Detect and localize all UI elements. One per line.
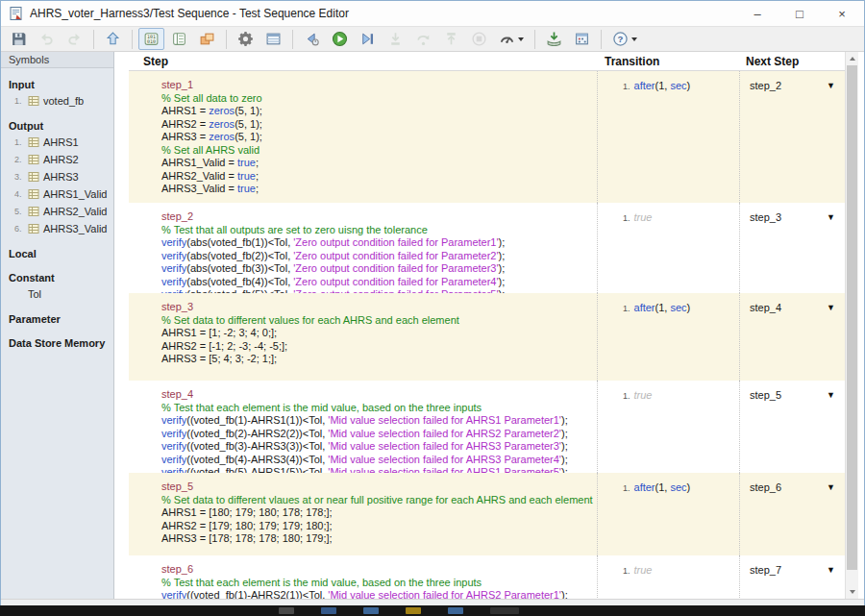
next-step-cell[interactable]: step_4▼ xyxy=(739,293,845,381)
undo-button[interactable] xyxy=(34,28,60,50)
test-sequence-editor-window: AHRS_voter_Harness3/Test Sequence - Test… xyxy=(0,0,865,605)
open-in-model-button[interactable] xyxy=(194,28,220,50)
symbol-item-ahrs1[interactable]: 1.AHRS1 xyxy=(1,134,113,151)
transition-cell[interactable]: 1.after(1, sec) xyxy=(597,71,739,203)
step-cell[interactable]: step_5% Set data to different vlaues at … xyxy=(129,473,597,555)
next-step-cell[interactable]: step_6▼ xyxy=(739,473,845,555)
transition-cell[interactable]: 1.after(1, sec) xyxy=(597,293,739,381)
breakpoint-list-button[interactable] xyxy=(569,28,595,50)
next-step-dropdown-icon[interactable]: ▼ xyxy=(827,563,835,577)
taskbar-icon[interactable] xyxy=(490,607,519,614)
settings-button[interactable] xyxy=(233,28,259,50)
step-cell[interactable]: step_6% Test that each element is the mi… xyxy=(129,555,597,599)
sequence-row-step_4: step_4% Test that each element is the mi… xyxy=(129,381,845,473)
svg-text:?: ? xyxy=(618,34,624,44)
symbol-item-ahrs3_valid[interactable]: 6.AHRS3_Valid xyxy=(1,220,113,237)
next-step-cell[interactable]: step_5▼ xyxy=(739,381,845,473)
data-symbol-icon xyxy=(28,206,39,217)
vertical-scrollbar[interactable] xyxy=(845,52,858,599)
sequence-row-step_5: step_5% Set data to different vlaues at … xyxy=(129,473,845,555)
next-step-cell[interactable]: step_3▼ xyxy=(739,203,845,293)
code-line: verify((voted_fb(2)-AHRS2(2))<Tol, 'Mid … xyxy=(161,428,593,441)
stop-button[interactable] xyxy=(466,28,492,50)
step-out-button[interactable] xyxy=(438,28,464,50)
symbol-name: AHRS3 xyxy=(43,171,79,183)
symbol-item-ahrs1_valid[interactable]: 4.AHRS1_Valid xyxy=(1,185,113,203)
taskbar-icon[interactable] xyxy=(321,607,336,614)
next-step-cell[interactable]: step_2▼ xyxy=(739,71,845,203)
next-step-value: step_4 xyxy=(750,301,781,314)
code-line: % Set data to different values for each … xyxy=(161,314,593,328)
code-line: AHRS2 = zeros(5, 1); xyxy=(161,118,593,132)
code-line: % Test that each element is the mid valu… xyxy=(161,402,593,415)
step-back-button[interactable] xyxy=(299,28,325,50)
stop-icon xyxy=(471,31,487,47)
symbol-index: 4. xyxy=(14,189,28,199)
next-step-dropdown-icon[interactable]: ▼ xyxy=(827,301,835,314)
export-data-button[interactable] xyxy=(541,28,567,50)
step-cell[interactable]: step_3% Set data to different values for… xyxy=(129,293,597,381)
scroll-up-icon xyxy=(850,57,855,61)
symbol-item-voted_fb[interactable]: 1.voted_fb xyxy=(1,92,113,110)
taskbar-icon[interactable] xyxy=(279,607,294,614)
simulation-pacing-icon xyxy=(499,31,515,47)
scroll-up-button[interactable] xyxy=(846,52,858,65)
go-to-parent-button[interactable] xyxy=(100,28,126,50)
taskbar-icon[interactable] xyxy=(363,607,379,614)
symbols-panel: Symbols Input1.voted_fbOutput1.AHRS12.AH… xyxy=(1,52,114,599)
next-step-dropdown-icon[interactable]: ▼ xyxy=(827,79,835,92)
scrollbar-thumb[interactable] xyxy=(847,65,857,570)
transition-condition: 1.true xyxy=(623,211,735,223)
sequence-table: Step Transition Next Step step_1% Set al… xyxy=(114,52,864,599)
step-forward-button[interactable] xyxy=(355,28,381,50)
next-step-value: step_2 xyxy=(750,79,781,92)
data-symbol-icon xyxy=(28,223,39,234)
next-step-dropdown-icon[interactable]: ▼ xyxy=(827,480,835,494)
save-button[interactable] xyxy=(6,28,32,50)
transition-cell[interactable]: 1.true xyxy=(597,381,739,473)
help-button[interactable]: ? xyxy=(607,28,642,50)
next-step-dropdown-icon[interactable]: ▼ xyxy=(827,388,835,402)
symbol-name: AHRS3_Valid xyxy=(43,223,107,234)
symbol-item-ahrs3[interactable]: 3.AHRS3 xyxy=(1,168,113,185)
step-in-button[interactable] xyxy=(383,28,408,50)
scroll-down-icon xyxy=(850,590,855,594)
next-step-cell[interactable]: step_7▼ xyxy=(739,555,845,599)
step-over-button[interactable] xyxy=(410,28,436,50)
parameter-table-button[interactable] xyxy=(260,28,286,50)
symbol-item-tol[interactable]: Tol xyxy=(1,285,113,303)
step-cell[interactable]: step_1% Set all data to zeroAHRS1 = zero… xyxy=(129,71,597,203)
close-button[interactable]: × xyxy=(833,7,851,21)
code-line: AHRS3 = [178; 178; 178; 180; 179;]; xyxy=(161,532,593,546)
symbols-section-parameter: Parameter xyxy=(1,303,113,327)
transition-cell[interactable]: 1.after(1, sec) xyxy=(597,473,739,555)
show-symbols-button[interactable]: 101010 xyxy=(138,28,164,50)
code-line: verify((voted_fb(1)-AHRS1(1))<Tol, 'Mid … xyxy=(161,414,593,428)
symbol-item-ahrs2[interactable]: 2.AHRS2 xyxy=(1,151,113,168)
show-outline-button[interactable] xyxy=(166,28,192,50)
taskbar-icon[interactable] xyxy=(406,607,421,614)
redo-button[interactable] xyxy=(62,28,87,50)
transition-cell[interactable]: 1.true xyxy=(597,203,739,293)
minimize-button[interactable]: – xyxy=(749,7,766,21)
next-step-value: step_3 xyxy=(750,210,781,224)
run-button[interactable] xyxy=(327,28,353,50)
next-step-dropdown-icon[interactable]: ▼ xyxy=(827,210,835,224)
symbol-name: AHRS1 xyxy=(43,136,79,148)
symbol-name: Tol xyxy=(28,288,41,300)
scroll-down-button[interactable] xyxy=(846,585,858,599)
taskbar-icon[interactable] xyxy=(448,607,463,614)
step-cell[interactable]: step_4% Test that each element is the mi… xyxy=(129,381,597,473)
step-name: step_3 xyxy=(161,301,193,312)
transition-condition: 1.after(1, sec) xyxy=(623,481,735,493)
symbol-item-ahrs2_valid[interactable]: 5.AHRS2_Valid xyxy=(1,203,113,220)
sequence-row-step_2: step_2% Test that all outputs are set to… xyxy=(129,203,845,293)
code-line: verify(abs(voted_fb(3))<Tol, 'Zero outpu… xyxy=(161,262,593,276)
step-name: step_6 xyxy=(161,563,193,575)
step-cell[interactable]: step_2% Test that all outputs are set to… xyxy=(129,203,597,293)
transition-cell[interactable]: 1.true xyxy=(597,555,739,599)
windows-taskbar xyxy=(0,605,865,616)
step-out-icon xyxy=(443,31,459,47)
simulation-pacing-button[interactable] xyxy=(494,28,529,50)
maximize-button[interactable]: □ xyxy=(791,7,808,21)
